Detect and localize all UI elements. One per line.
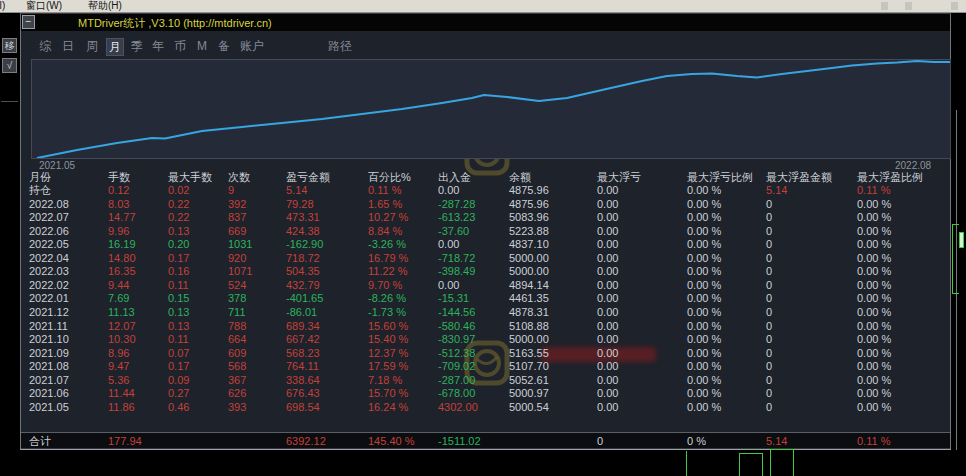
table-cell: 0.00 % — [687, 238, 721, 251]
table-cell: -678.00 — [438, 387, 475, 400]
toolbar-ghost-icon — [951, 2, 958, 10]
table-total-row[interactable]: 合计177.946392.12145.40 %-1511.0200 %5.140… — [21, 432, 950, 449]
table-cell: 7.69 — [108, 292, 129, 305]
table-row-2021.09[interactable]: 2021.098.960.07609568.2312.37 %-512.3851… — [21, 347, 950, 360]
table-cell: 0.00 % — [687, 401, 721, 414]
table-row-2021.12[interactable]: 2021.1211.130.13711-86.01-1.73 %-144.564… — [21, 306, 950, 319]
menu-item-partial[interactable]: (I) — [0, 0, 5, 12]
table-row-2022.06[interactable]: 2022.069.960.13669424.388.84 %-37.605223… — [21, 225, 950, 238]
table-cell: 2022.01 — [29, 292, 69, 305]
move-tool-button[interactable]: 移 — [2, 38, 17, 53]
table-cell: 8.03 — [108, 198, 129, 211]
table-cell: 2021.10 — [29, 333, 69, 346]
table-cell: 持仓 — [29, 184, 51, 197]
table-cell: -512.38 — [438, 347, 475, 360]
table-row-2022.04[interactable]: 2022.0414.800.17920718.7216.79 %-718.725… — [21, 252, 950, 265]
table-cell: 5000.00 — [509, 333, 549, 346]
table-cell: 0 — [766, 320, 772, 333]
table-cell: 626 — [228, 387, 246, 400]
table-cell: -398.49 — [438, 265, 475, 278]
table-cell: 393 — [228, 401, 246, 414]
table-cell: 15.60 % — [368, 320, 408, 333]
table-cell: 5083.96 — [509, 211, 549, 224]
table-cell: 15.70 % — [368, 387, 408, 400]
table-cell: 392 — [228, 198, 246, 211]
table-cell: 0.15 — [168, 292, 189, 305]
table-cell: 0 — [766, 225, 772, 238]
table-cell: 0.00 % — [687, 279, 721, 292]
column-header: 最大浮亏 — [597, 171, 641, 184]
table-cell: 2022.02 — [29, 279, 69, 292]
table-cell: 145.40 % — [368, 435, 414, 448]
side-toolbar: 移 √ — [0, 13, 20, 476]
table-cell: 338.64 — [286, 374, 320, 387]
table-cell: 0.22 — [168, 211, 189, 224]
table-cell: 12.37 % — [368, 347, 408, 360]
menu-item-window[interactable]: 窗口(W) — [26, 0, 62, 12]
table-row-2021.11[interactable]: 2021.1112.070.13788689.3415.60 %-580.465… — [21, 320, 950, 333]
table-cell: 0.17 — [168, 360, 189, 373]
table-cell: 1071 — [228, 265, 252, 278]
column-header: 最大浮盈金额 — [766, 171, 832, 184]
table-row-2021.05[interactable]: 2021.0511.860.46393698.5416.24 %4302.005… — [21, 401, 950, 414]
table-cell: 0.00 % — [687, 225, 721, 238]
table-cell: 0 — [766, 211, 772, 224]
table-cell: -1.73 % — [368, 306, 406, 319]
table-cell: 0.11 — [168, 279, 189, 292]
table-cell: 0.00 % — [857, 374, 891, 387]
menu-item-help[interactable]: 帮助(H) — [88, 0, 122, 12]
table-cell: 12.07 — [108, 320, 136, 333]
table-cell: 4875.96 — [509, 184, 549, 197]
table-cell: 676.43 — [286, 387, 320, 400]
background-green-tick — [952, 224, 959, 225]
table-row-2022.07[interactable]: 2022.0714.770.22837473.3110.27 %-613.235… — [21, 211, 950, 224]
table-cell: -162.90 — [286, 238, 323, 251]
table-row-2022.03[interactable]: 2022.0316.350.161071504.3511.22 %-398.49… — [21, 265, 950, 278]
table-cell: 5000.54 — [509, 401, 549, 414]
table-cell: 0.13 — [168, 225, 189, 238]
column-header: 月份 — [29, 171, 51, 184]
column-header: 次数 — [228, 171, 250, 184]
table-cell: 5.14 — [766, 184, 787, 197]
background-green-tick — [952, 293, 959, 294]
table-cell: 524 — [228, 279, 246, 292]
table-cell: -287.28 — [438, 198, 475, 211]
table-cell: -144.56 — [438, 306, 475, 319]
table-row-2021.07[interactable]: 2021.075.360.09367338.647.18 %-287.00505… — [21, 374, 950, 387]
table-cell: 698.54 — [286, 401, 320, 414]
column-header: 最大浮盈比例 — [857, 171, 923, 184]
table-cell: 6392.12 — [286, 435, 326, 448]
table-row-2022.01[interactable]: 2022.017.690.15378-401.65-8.26 %-15.3144… — [21, 292, 950, 305]
table-cell: 5223.88 — [509, 225, 549, 238]
table-cell: 0.00 % — [687, 360, 721, 373]
table-cell: 568.23 — [286, 347, 320, 360]
table-cell: 0.00 — [597, 360, 618, 373]
table-cell: 0 — [766, 306, 772, 319]
table-cell: 0.00 % — [857, 306, 891, 319]
table-cell: 0.00 % — [857, 347, 891, 360]
toolbar-ghost-icon — [905, 2, 912, 10]
table-cell: 8.96 — [108, 347, 129, 360]
table-cell: 2022.06 — [29, 225, 69, 238]
table-cell: -718.72 — [438, 252, 475, 265]
table-cell: 0.00 — [597, 225, 618, 238]
check-tool-button[interactable]: √ — [2, 58, 17, 73]
table-row-持仓[interactable]: 持仓0.120.0295.140.11 %0.004875.960.000.00… — [21, 184, 950, 197]
table-cell: 0 — [766, 374, 772, 387]
table-row-2021.08[interactable]: 2021.089.470.17568764.1117.59 %-709.0251… — [21, 360, 950, 373]
table-cell: 432.79 — [286, 279, 320, 292]
table-cell: 7.18 % — [368, 374, 402, 387]
table-row-2021.10[interactable]: 2021.1010.300.11664667.4215.40 %-830.975… — [21, 333, 950, 346]
table-cell: 0.13 — [168, 306, 189, 319]
table-cell: 15.40 % — [368, 333, 408, 346]
table-cell: 1031 — [228, 238, 252, 251]
table-cell: 5107.70 — [509, 360, 549, 373]
table-row-2022.08[interactable]: 2022.088.030.2239279.281.65 %-287.284875… — [21, 198, 950, 211]
table-cell: 2022.04 — [29, 252, 69, 265]
table-cell: 0.00 — [597, 252, 618, 265]
table-row-2022.02[interactable]: 2022.029.440.11524432.799.70 %0.004894.1… — [21, 279, 950, 292]
table-cell: 79.28 — [286, 198, 314, 211]
table-row-2021.06[interactable]: 2021.0611.440.27626676.4315.70 %-678.005… — [21, 387, 950, 400]
table-cell: 837 — [228, 211, 246, 224]
table-row-2022.05[interactable]: 2022.0516.190.201031-162.90-3.26 %0.0048… — [21, 238, 950, 251]
